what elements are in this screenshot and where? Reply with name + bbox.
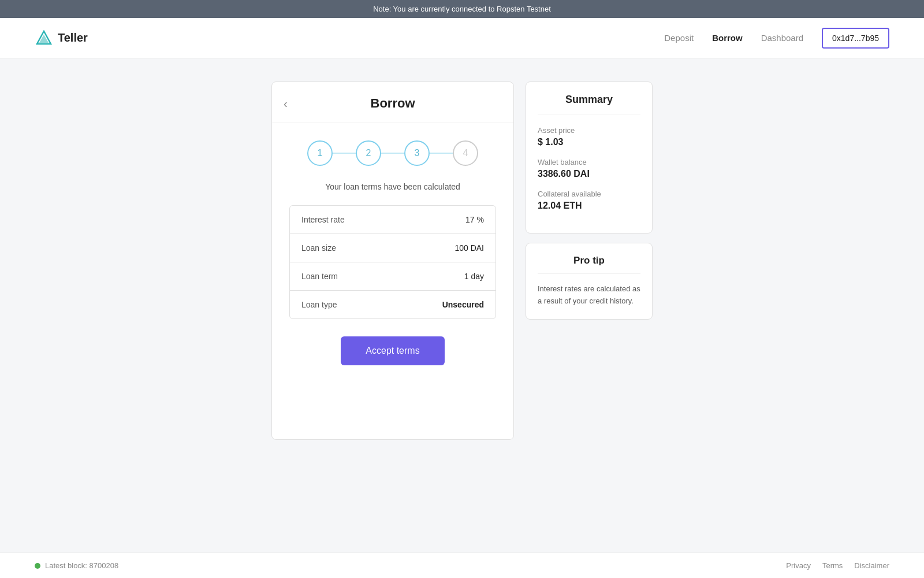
block-status-dot bbox=[35, 563, 40, 569]
step-line-1 bbox=[333, 153, 356, 154]
wallet-button[interactable]: 0x1d7...7b95 bbox=[822, 28, 889, 49]
summary-title: Summary bbox=[538, 94, 640, 114]
stepper: 1 2 3 4 bbox=[289, 140, 496, 166]
terms-row: Loan term 1 day bbox=[290, 262, 495, 291]
borrow-card: ‹ Borrow 1 2 3 4 Your loan terms have be… bbox=[271, 81, 514, 440]
terms-label: Interest rate bbox=[301, 215, 345, 224]
summary-item-value: 12.04 ETH bbox=[538, 201, 640, 211]
terms-value: 100 DAI bbox=[454, 243, 484, 253]
terms-value: 17 % bbox=[465, 215, 484, 224]
step-line-2 bbox=[381, 153, 404, 154]
summary-item: Wallet balance 3386.60 DAI bbox=[538, 158, 640, 179]
step-line-3 bbox=[430, 153, 453, 154]
step-4: 4 bbox=[453, 140, 478, 166]
protip-title: Pro tip bbox=[538, 255, 640, 274]
accept-terms-button[interactable]: Accept terms bbox=[341, 336, 445, 365]
terms-table: Interest rate 17 % Loan size 100 DAI Loa… bbox=[289, 205, 496, 319]
summary-item: Collateral available 12.04 ETH bbox=[538, 190, 640, 211]
block-label: Latest block: 8700208 bbox=[45, 561, 118, 570]
notification-text: Note: You are currently connected to Rop… bbox=[373, 5, 551, 13]
main-content: ‹ Borrow 1 2 3 4 Your loan terms have be… bbox=[0, 58, 924, 553]
nav-borrow[interactable]: Borrow bbox=[712, 33, 743, 43]
summary-item-value: $ 1.03 bbox=[538, 137, 640, 147]
protip-card: Pro tip Interest rates are calculated as… bbox=[526, 243, 653, 320]
terms-row: Loan size 100 DAI bbox=[290, 234, 495, 262]
borrow-title: Borrow bbox=[371, 96, 415, 111]
logo-text: Teller bbox=[58, 31, 88, 45]
summary-items: Asset price $ 1.03 Wallet balance 3386.6… bbox=[538, 126, 640, 211]
footer-link[interactable]: Terms bbox=[822, 561, 843, 570]
summary-item-label: Asset price bbox=[538, 126, 640, 135]
nav-dashboard[interactable]: Dashboard bbox=[761, 33, 803, 43]
footer-link[interactable]: Disclaimer bbox=[854, 561, 889, 570]
back-button[interactable]: ‹ bbox=[284, 97, 288, 110]
terms-value: 1 day bbox=[464, 272, 484, 281]
footer: Latest block: 8700208 PrivacyTermsDiscla… bbox=[0, 553, 924, 578]
summary-card: Summary Asset price $ 1.03 Wallet balanc… bbox=[526, 81, 653, 234]
footer-block: Latest block: 8700208 bbox=[35, 561, 118, 570]
terms-row: Loan type Unsecured bbox=[290, 291, 495, 318]
terms-value: Unsecured bbox=[442, 300, 484, 309]
header: Teller Deposit Borrow Dashboard 0x1d7...… bbox=[0, 18, 924, 58]
terms-label: Loan term bbox=[301, 272, 338, 281]
step-3: 3 bbox=[404, 140, 430, 166]
step-1: 1 bbox=[307, 140, 333, 166]
footer-links: PrivacyTermsDisclaimer bbox=[786, 561, 889, 570]
borrow-body: 1 2 3 4 Your loan terms have been calcul… bbox=[272, 123, 513, 383]
footer-link[interactable]: Privacy bbox=[786, 561, 811, 570]
nav-area: Deposit Borrow Dashboard 0x1d7...7b95 bbox=[664, 28, 889, 49]
right-column: Summary Asset price $ 1.03 Wallet balanc… bbox=[526, 81, 653, 320]
logo-area: Teller bbox=[35, 29, 88, 47]
summary-item-label: Collateral available bbox=[538, 190, 640, 198]
notification-bar: Note: You are currently connected to Rop… bbox=[0, 0, 924, 18]
step-2: 2 bbox=[356, 140, 381, 166]
terms-label: Loan size bbox=[301, 243, 336, 253]
summary-item: Asset price $ 1.03 bbox=[538, 126, 640, 147]
summary-item-value: 3386.60 DAI bbox=[538, 169, 640, 179]
terms-row: Interest rate 17 % bbox=[290, 206, 495, 234]
nav-deposit[interactable]: Deposit bbox=[664, 33, 694, 43]
borrow-card-header: ‹ Borrow bbox=[272, 82, 513, 123]
protip-text: Interest rates are calculated as a resul… bbox=[538, 283, 640, 307]
loan-subtitle: Your loan terms have been calculated bbox=[289, 182, 496, 191]
summary-item-label: Wallet balance bbox=[538, 158, 640, 166]
terms-label: Loan type bbox=[301, 300, 337, 309]
teller-logo-icon bbox=[35, 29, 53, 47]
